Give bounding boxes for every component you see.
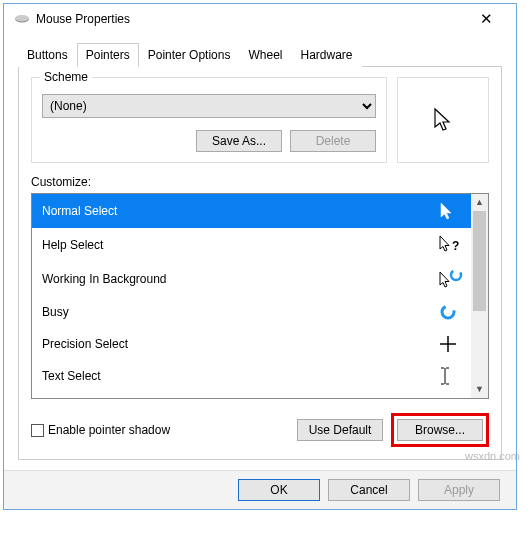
item-label: Normal Select — [42, 204, 117, 218]
svg-text:?: ? — [452, 239, 459, 253]
apply-button: Apply — [418, 479, 500, 501]
close-button[interactable]: ✕ — [466, 10, 506, 28]
item-label: Precision Select — [42, 337, 128, 351]
use-default-button[interactable]: Use Default — [297, 419, 383, 441]
svg-point-3 — [451, 270, 461, 280]
list-item-normal-select[interactable]: Normal Select — [32, 194, 471, 228]
tab-strip: Buttons Pointers Pointer Options Wheel H… — [4, 42, 516, 66]
ok-button[interactable]: OK — [238, 479, 320, 501]
watermark: wsxdn.com — [465, 450, 520, 462]
titlebar: Mouse Properties ✕ — [4, 4, 516, 34]
scrollbar[interactable]: ▲ ▼ — [471, 194, 488, 398]
tab-pointers[interactable]: Pointers — [77, 43, 139, 67]
svg-point-4 — [442, 306, 454, 318]
scroll-up-icon[interactable]: ▲ — [471, 194, 488, 211]
list-item-busy[interactable]: Busy — [32, 296, 471, 328]
list-item-precision[interactable]: Precision Select — [32, 328, 471, 360]
browse-button[interactable]: Browse... — [397, 419, 483, 441]
tab-buttons[interactable]: Buttons — [18, 43, 77, 67]
tab-wheel[interactable]: Wheel — [239, 43, 291, 67]
cross-icon — [439, 335, 461, 353]
scroll-thumb[interactable] — [473, 211, 486, 311]
arrow-busy-icon — [439, 269, 461, 289]
scroll-down-icon[interactable]: ▼ — [471, 381, 488, 398]
scheme-group: Scheme (None) Save As... Delete — [31, 77, 387, 163]
tab-pointer-options[interactable]: Pointer Options — [139, 43, 240, 67]
tab-hardware[interactable]: Hardware — [291, 43, 361, 67]
mouse-icon — [14, 14, 30, 24]
item-label: Busy — [42, 305, 69, 319]
scroll-track[interactable] — [471, 311, 488, 381]
list-item-text-select[interactable]: Text Select — [32, 360, 471, 392]
browse-highlight: Browse... — [391, 413, 489, 447]
cursor-list: Normal Select Help Select ? Working In B… — [31, 193, 489, 399]
save-as-button[interactable]: Save As... — [196, 130, 282, 152]
shadow-label: Enable pointer shadow — [48, 423, 170, 437]
mouse-properties-dialog: Mouse Properties ✕ Buttons Pointers Poin… — [3, 3, 517, 510]
customize-label: Customize: — [31, 175, 489, 189]
cancel-button[interactable]: Cancel — [328, 479, 410, 501]
item-label: Help Select — [42, 238, 103, 252]
pointers-panel: Scheme (None) Save As... Delete Customiz… — [18, 66, 502, 460]
item-label: Text Select — [42, 369, 101, 383]
list-item-help-select[interactable]: Help Select ? — [32, 228, 471, 262]
checkbox-icon[interactable] — [31, 424, 44, 437]
ibeam-icon — [439, 367, 461, 385]
svg-point-1 — [15, 15, 29, 21]
arrow-icon — [439, 201, 461, 221]
window-title: Mouse Properties — [36, 12, 466, 26]
scheme-legend: Scheme — [40, 70, 92, 84]
dialog-buttons: OK Cancel Apply — [4, 470, 516, 509]
list-item-working-bg[interactable]: Working In Background — [32, 262, 471, 296]
cursor-preview — [397, 77, 489, 163]
item-label: Working In Background — [42, 272, 167, 286]
enable-shadow-checkbox[interactable]: Enable pointer shadow — [31, 423, 170, 437]
delete-button: Delete — [290, 130, 376, 152]
arrow-help-icon: ? — [439, 235, 461, 255]
scheme-dropdown[interactable]: (None) — [42, 94, 376, 118]
busy-icon — [439, 303, 461, 321]
